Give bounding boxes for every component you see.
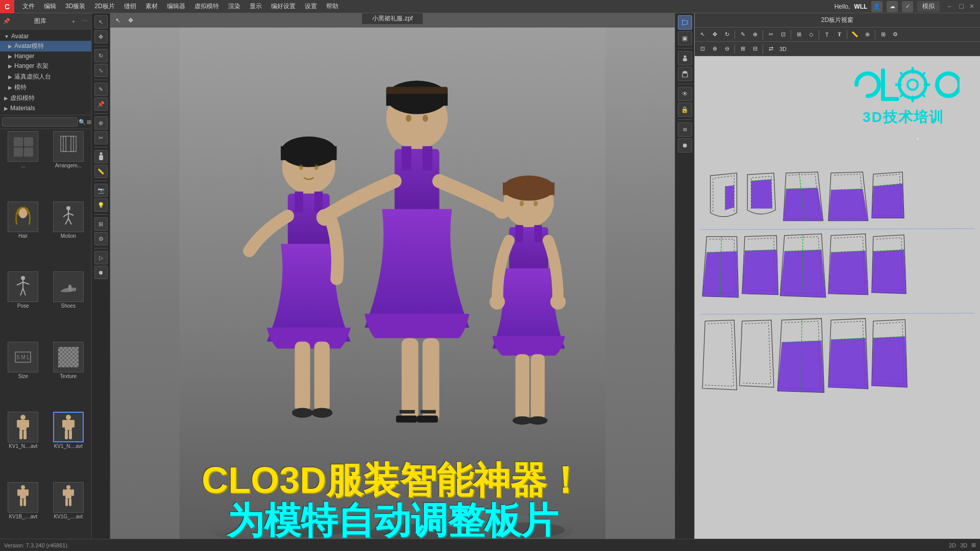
menu-material[interactable]: 素材 [141, 1, 162, 12]
thumb-item-avatar2[interactable]: KV1_N....avt [47, 412, 90, 479]
rs-perspective-icon[interactable] [678, 15, 692, 30]
pt-select-icon[interactable]: ↖ [697, 29, 708, 40]
svg-rect-35 [65, 420, 72, 430]
avatar-tool[interactable] [94, 150, 108, 163]
pt2-zoom-out-icon[interactable]: ⊖ [721, 43, 732, 55]
left-panel-pin-icon[interactable]: 📌 [2, 17, 11, 26]
rs-garment-visible-icon[interactable] [678, 67, 692, 81]
select-tool[interactable]: ↖ [94, 15, 108, 29]
thumb-item-pose[interactable]: Pose [2, 271, 44, 339]
record-icon[interactable]: ⏺ [94, 266, 108, 279]
pt-text2-icon[interactable]: 𝐓 [834, 29, 845, 40]
simulate-icon[interactable]: ▷ [94, 251, 108, 264]
menu-virtual-model[interactable]: 虚拟模特 [190, 1, 223, 12]
left-panel-more-icon[interactable]: ⋯ [80, 17, 89, 26]
thumb-item-hair[interactable]: Hair [2, 202, 44, 269]
maximize-button[interactable]: □ [957, 2, 965, 11]
svg-rect-81 [396, 416, 417, 423]
user-icon-btn[interactable]: 👤 [871, 1, 883, 12]
menu-display[interactable]: 显示 [246, 1, 266, 12]
pt-move-icon[interactable]: ✥ [709, 29, 720, 40]
left-panel-add-icon[interactable]: + [69, 17, 78, 26]
search-icon[interactable]: 🔍 [79, 119, 86, 126]
edit-tool[interactable]: ✎ [94, 83, 108, 96]
menu-file[interactable]: 文件 [18, 1, 39, 12]
simulate-button[interactable]: 模拟 [917, 1, 940, 12]
tree-item-hanger-rack[interactable]: ▶ Hanger 衣架 [0, 61, 91, 71]
tree-item-materials[interactable]: ▶ Materials [0, 104, 91, 113]
pt-edit-icon[interactable]: ✎ [737, 29, 748, 40]
measure-tool[interactable]: 📏 [94, 165, 108, 178]
vp-move-icon[interactable]: ✥ [125, 15, 136, 26]
tree-item-avatar-model[interactable]: ▶ Avatar模特 [0, 41, 91, 52]
pt2-zoom-fit-icon[interactable]: ⊡ [697, 43, 708, 55]
grid-view-icon[interactable]: ⊞ [87, 117, 91, 127]
thumb-item-dots[interactable]: ... [2, 131, 44, 198]
pt-text-icon[interactable]: T [821, 29, 832, 40]
tree-item-virtual-model[interactable]: ▶ 虚拟模特 [0, 93, 91, 104]
camera-tool[interactable]: 📷 [94, 184, 108, 197]
menu-settings[interactable]: 设置 [301, 1, 321, 12]
scale-tool[interactable]: ⤡ [94, 64, 108, 77]
pt2-sep-1 [734, 44, 735, 54]
rs-eye-icon[interactable]: 👁 [678, 87, 692, 101]
rs-record-icon[interactable]: ⏺ [678, 138, 692, 153]
rs-front-icon[interactable]: ▣ [678, 31, 692, 45]
pattern-piece-12 [740, 320, 774, 387]
pt-ruler-icon[interactable]: 📏 [849, 29, 861, 40]
thumb-item-arrangement[interactable]: Arrangem... [47, 131, 90, 198]
minimize-button[interactable]: － [944, 2, 955, 11]
pt2-arrange2-icon[interactable]: ⊟ [749, 43, 761, 55]
pt-dart-icon[interactable]: ◇ [805, 29, 817, 40]
pt-grid-icon[interactable]: ⊞ [877, 29, 889, 40]
thumb-item-motion[interactable]: Motion [47, 202, 90, 269]
menu-edit[interactable]: 编辑 [40, 1, 60, 12]
vp-select-icon[interactable]: ↖ [112, 15, 124, 26]
pt-fold-icon[interactable]: ⊡ [777, 29, 789, 40]
rs-avatar-visible-icon[interactable] [678, 51, 692, 65]
pt2-3d-icon[interactable]: 3D [777, 43, 789, 55]
pt-cut-icon[interactable]: ✂ [765, 29, 776, 40]
pt-add-pt-icon[interactable]: ⊕ [749, 29, 761, 40]
sewing-tool[interactable]: ⊕ [94, 116, 108, 130]
light-tool[interactable]: 💡 [94, 198, 108, 212]
viewport-3d: 小黑裙礼服.zpf ↖ ✥ [110, 13, 675, 551]
tree-item-realistic[interactable]: ▶ 逼真虚拟人台 [0, 71, 91, 82]
thumb-item-avatar1[interactable]: KV1_N....avt [2, 412, 44, 479]
pt2-arrange-icon[interactable]: ⊞ [737, 43, 748, 55]
rs-lock-icon[interactable]: 🔒 [678, 103, 692, 117]
thumb-item-shoes[interactable]: Shoes [47, 271, 90, 339]
search-input[interactable] [2, 117, 78, 127]
menu-help[interactable]: 帮助 [322, 1, 342, 12]
svg-point-77 [316, 209, 333, 226]
pt-seam-icon[interactable]: ⊞ [793, 29, 804, 40]
menu-editor[interactable]: 编辑器 [163, 1, 189, 12]
pt2-zoom-in-icon[interactable]: ⊕ [709, 43, 720, 55]
thumb-item-texture[interactable]: Texture [47, 342, 90, 409]
pin-tool[interactable]: 📌 [94, 97, 108, 111]
menu-edit-settings[interactable]: 编好设置 [267, 1, 300, 12]
rotate-tool[interactable]: ↻ [94, 49, 108, 62]
pt2-sync-icon[interactable]: ⇄ [765, 43, 776, 55]
svg-rect-95 [516, 354, 529, 420]
settings-tool[interactable]: ⚙ [94, 232, 108, 245]
menu-3d-garment[interactable]: 3D服装 [61, 1, 89, 12]
pt-rotate-icon[interactable]: ↻ [721, 29, 732, 40]
grid-tool[interactable]: ⊞ [94, 217, 108, 231]
thumb-item-size[interactable]: S M L Size [2, 342, 44, 409]
tree-item-model[interactable]: ▶ 模特 [0, 82, 91, 93]
rs-wind-icon[interactable]: ≋ [678, 122, 692, 137]
move-tool[interactable]: ✥ [94, 30, 108, 43]
cloud-icon-btn[interactable]: ☁ [887, 1, 898, 12]
close-button[interactable]: × [968, 2, 976, 11]
tree-item-hanger[interactable]: ▶ Hanger [0, 52, 91, 61]
pt-measure-icon[interactable]: ⊕ [862, 29, 873, 40]
menu-2d-panel[interactable]: 2D板片 [90, 1, 118, 12]
cut-tool[interactable]: ✂ [94, 131, 108, 144]
menu-sewing[interactable]: 缝纫 [120, 1, 140, 12]
tree-item-avatar[interactable]: ▼ Avatar [0, 32, 91, 41]
check-icon-btn[interactable]: ✓ [902, 1, 913, 12]
svg-rect-39 [69, 430, 72, 439]
menu-render[interactable]: 渲染 [224, 1, 244, 12]
pt-settings2-icon[interactable]: ⚙ [890, 29, 901, 40]
